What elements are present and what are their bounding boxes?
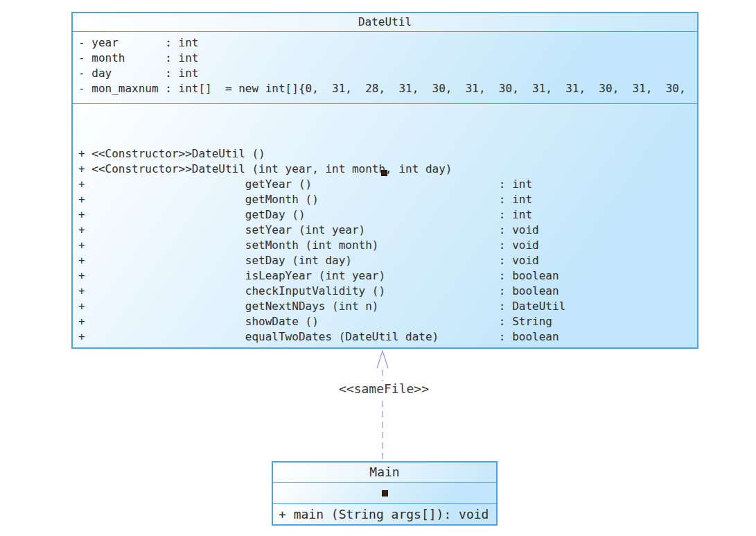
class-box-main[interactable]: Main + main (String args[]): void [272, 461, 498, 526]
uml-diagram-canvas: DateUtil - year : int- month : int- day … [0, 0, 756, 536]
method-row: + main (String args[]): void [273, 508, 489, 521]
dependency-arrow[interactable] [0, 0, 756, 536]
methods-compartment-main: + main (String args[]): void [273, 503, 496, 524]
open-arrowhead-icon [377, 351, 388, 368]
member-badge-square-icon [383, 491, 387, 496]
stereotype-label[interactable]: <<sameFile>> [337, 381, 431, 397]
class-title-main: Main [273, 462, 496, 482]
attributes-compartment-main [273, 482, 496, 503]
